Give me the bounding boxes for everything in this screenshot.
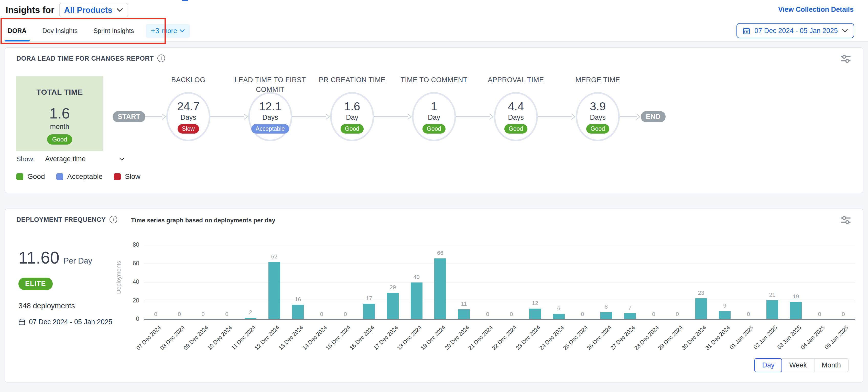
bar[interactable]	[529, 309, 541, 320]
bar-slot: 16	[286, 245, 310, 320]
bar-slot: 2	[239, 245, 262, 320]
deployment-frequency-card: DEPLOYMENT FREQUENCY i Time series graph…	[5, 209, 863, 383]
legend-label: Acceptable	[67, 173, 103, 181]
bar[interactable]	[719, 311, 731, 320]
show-metric-dropdown[interactable]: Average time	[43, 155, 126, 163]
bar[interactable]	[458, 309, 470, 320]
deployment-date-range: 07 Dec 2024 - 05 Jan 2025	[19, 318, 112, 326]
bar-value-label: 0	[344, 311, 347, 318]
stage-node: 12.1DaysAcceptable	[248, 92, 292, 141]
total-time-status-badge: Good	[47, 134, 72, 145]
stage-node: 1.6DayGood	[330, 92, 374, 141]
flow-arrow-icon	[538, 112, 576, 121]
stage-backlog: BACKLOG24.7DaysSlow	[166, 75, 210, 141]
total-time-label: TOTAL TIME	[36, 88, 83, 96]
total-deployments: 348 deployments	[19, 302, 75, 310]
legend-item-good: Good	[17, 173, 45, 181]
bar-slot: 11	[452, 245, 476, 320]
y-axis-tick: 40	[127, 278, 139, 285]
bar-slot: 0	[144, 245, 167, 320]
tab-dora[interactable]: DORA	[8, 27, 27, 34]
bar-slot: 0	[334, 245, 357, 320]
flow-arrow-icon	[620, 112, 641, 121]
bar[interactable]	[363, 304, 375, 320]
bar[interactable]	[767, 300, 778, 320]
lead-time-title-row: DORA LEAD TIME FOR CHANGES REPORT i	[17, 55, 165, 62]
bar[interactable]	[292, 305, 304, 320]
stage-label: LEAD TIME TO FIRST COMMIT	[228, 75, 312, 95]
bar-value-label: 12	[532, 300, 538, 306]
lead-time-flow: STARTBACKLOG24.7DaysSlowLEAD TIME TO FIR…	[113, 75, 665, 141]
view-collection-details-link[interactable]: View Collection Details	[778, 6, 854, 13]
granularity-month[interactable]: Month	[814, 358, 848, 372]
bar[interactable]	[387, 293, 399, 320]
bar[interactable]	[434, 259, 446, 320]
bar-value-label: 9	[723, 302, 726, 309]
bar[interactable]	[695, 298, 707, 320]
bar[interactable]	[600, 312, 612, 320]
legend-swatch	[17, 173, 23, 180]
bar[interactable]	[269, 262, 280, 320]
bar[interactable]	[790, 302, 802, 320]
flow-arrow-icon	[292, 112, 330, 121]
bar-value-label: 40	[413, 274, 420, 280]
bar-value-label: 0	[652, 311, 655, 318]
bar-slot: 62	[262, 245, 286, 320]
bar-value-label: 21	[769, 292, 775, 298]
bar-value-label: 0	[225, 311, 228, 318]
stage-unit: Day	[346, 114, 358, 122]
stage-merge-time: MERGE TIME3.9DaysGood	[576, 75, 620, 141]
stage-value: 12.1	[259, 100, 281, 113]
bar-slot: 8	[594, 245, 618, 320]
y-axis-tick: 0	[127, 315, 139, 323]
stage-label: MERGE TIME	[556, 75, 640, 85]
deployment-rate: 11.60 Per Day	[19, 248, 92, 267]
bar-slot: 0	[737, 245, 761, 320]
legend-swatch	[114, 173, 121, 180]
granularity-day[interactable]: Day	[754, 358, 782, 372]
bar-value-label: 0	[510, 311, 513, 318]
stage-status-badge: Good	[504, 124, 527, 133]
bar-slot: 17	[357, 245, 381, 320]
stage-value: 1.6	[344, 100, 360, 113]
stage-value: 1	[431, 100, 437, 113]
bar[interactable]	[411, 282, 423, 320]
chart-settings-icon[interactable]	[841, 55, 850, 63]
total-time-value: 1.6	[50, 104, 70, 122]
bar-value-label: 17	[366, 295, 372, 302]
bar-slot: 0	[499, 245, 523, 320]
stage-status-badge: Good	[341, 124, 364, 133]
product-selector[interactable]: All Products	[59, 3, 128, 18]
bar-value-label: 7	[628, 304, 631, 311]
bar-slot: 0	[191, 245, 215, 320]
tab-dev-insights[interactable]: Dev Insights	[42, 27, 78, 34]
flow-end-pill: END	[641, 111, 665, 122]
stage-approval-time: APPROVAL TIME4.4DaysGood	[494, 75, 538, 141]
legend-item-slow: Slow	[114, 173, 141, 181]
bar-value-label: 23	[698, 290, 704, 296]
tab-sprint-insights[interactable]: Sprint Insights	[93, 27, 134, 34]
info-icon[interactable]: i	[110, 216, 117, 223]
granularity-week[interactable]: Week	[781, 358, 814, 372]
info-icon[interactable]: i	[157, 55, 165, 62]
chevron-down-icon	[117, 8, 123, 12]
more-tabs-button[interactable]: +3 more	[146, 24, 190, 38]
bar-value-label: 0	[842, 311, 845, 318]
status-legend: GoodAcceptableSlow	[17, 173, 141, 181]
date-range-picker[interactable]: 07 Dec 2024 - 05 Jan 2025	[737, 23, 854, 38]
bar-slot: 29	[381, 245, 405, 320]
chart-settings-icon[interactable]	[841, 216, 850, 224]
chevron-down-icon	[119, 157, 125, 161]
deployment-title-row: DEPLOYMENT FREQUENCY i	[17, 216, 117, 223]
show-metric-value: Average time	[45, 155, 86, 163]
total-time-unit: month	[50, 123, 69, 131]
stage-unit: Days	[180, 114, 196, 122]
date-range-label: 07 Dec 2024 - 05 Jan 2025	[754, 27, 838, 35]
stage-status-badge: Acceptable	[251, 124, 289, 133]
page-title: Insights for	[6, 5, 55, 15]
bar-slot: 0	[215, 245, 239, 320]
stage-status-badge: Slow	[178, 124, 199, 133]
legend-swatch	[56, 173, 63, 180]
bar-slot: 0	[310, 245, 334, 320]
legend-item-acceptable: Acceptable	[56, 173, 103, 181]
